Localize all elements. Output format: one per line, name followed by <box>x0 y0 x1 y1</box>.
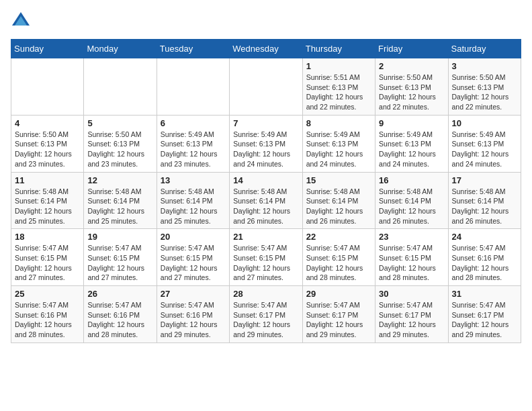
day-info: Sunrise: 5:48 AM Sunset: 6:14 PM Dayligh… <box>87 187 152 226</box>
day-info: Sunrise: 5:51 AM Sunset: 6:13 PM Dayligh… <box>306 73 371 112</box>
day-info: Sunrise: 5:49 AM Sunset: 6:13 PM Dayligh… <box>379 130 444 169</box>
calendar-cell: 20Sunrise: 5:47 AM Sunset: 6:15 PM Dayli… <box>157 229 229 286</box>
calendar-cell: 1Sunrise: 5:51 AM Sunset: 6:13 PM Daylig… <box>302 58 375 116</box>
calendar-cell: 28Sunrise: 5:47 AM Sunset: 6:17 PM Dayli… <box>230 286 302 343</box>
calendar-cell: 17Sunrise: 5:48 AM Sunset: 6:14 PM Dayli… <box>448 172 521 229</box>
calendar-cell: 13Sunrise: 5:48 AM Sunset: 6:14 PM Dayli… <box>157 172 229 229</box>
calendar-table: SundayMondayTuesdayWednesdayThursdayFrid… <box>11 39 521 343</box>
day-number: 30 <box>379 289 444 299</box>
day-number: 15 <box>306 175 371 185</box>
calendar-cell: 31Sunrise: 5:47 AM Sunset: 6:17 PM Dayli… <box>448 286 521 343</box>
calendar-cell <box>157 58 229 116</box>
day-info: Sunrise: 5:50 AM Sunset: 6:13 PM Dayligh… <box>452 73 517 112</box>
calendar-cell: 30Sunrise: 5:47 AM Sunset: 6:17 PM Dayli… <box>375 286 448 343</box>
calendar-week-2: 4Sunrise: 5:50 AM Sunset: 6:13 PM Daylig… <box>11 115 521 172</box>
day-info: Sunrise: 5:48 AM Sunset: 6:14 PM Dayligh… <box>452 187 517 226</box>
calendar-cell: 12Sunrise: 5:48 AM Sunset: 6:14 PM Dayli… <box>84 172 157 229</box>
day-info: Sunrise: 5:50 AM Sunset: 6:13 PM Dayligh… <box>379 73 444 112</box>
day-number: 1 <box>306 61 371 71</box>
day-number: 17 <box>452 175 517 185</box>
day-number: 4 <box>15 118 80 128</box>
day-number: 7 <box>233 118 298 128</box>
day-number: 22 <box>306 232 371 242</box>
calendar-header-monday: Monday <box>84 40 157 58</box>
day-info: Sunrise: 5:47 AM Sunset: 6:17 PM Dayligh… <box>306 300 371 340</box>
day-number: 23 <box>379 232 444 242</box>
calendar-week-3: 11Sunrise: 5:48 AM Sunset: 6:14 PM Dayli… <box>11 172 521 229</box>
day-number: 9 <box>379 118 444 128</box>
day-number: 5 <box>87 118 152 128</box>
calendar-cell: 6Sunrise: 5:49 AM Sunset: 6:13 PM Daylig… <box>157 115 229 172</box>
calendar-header-thursday: Thursday <box>302 40 375 58</box>
day-info: Sunrise: 5:47 AM Sunset: 6:15 PM Dayligh… <box>161 243 226 283</box>
calendar-cell: 21Sunrise: 5:47 AM Sunset: 6:15 PM Dayli… <box>230 229 302 286</box>
day-number: 18 <box>15 232 80 242</box>
day-number: 12 <box>87 175 152 185</box>
calendar-cell: 18Sunrise: 5:47 AM Sunset: 6:15 PM Dayli… <box>11 229 84 286</box>
calendar-cell: 15Sunrise: 5:48 AM Sunset: 6:14 PM Dayli… <box>302 172 375 229</box>
day-info: Sunrise: 5:48 AM Sunset: 6:14 PM Dayligh… <box>379 187 444 226</box>
day-number: 31 <box>452 289 517 299</box>
calendar-cell: 4Sunrise: 5:50 AM Sunset: 6:13 PM Daylig… <box>11 115 84 172</box>
calendar-cell <box>230 58 302 116</box>
calendar-cell: 26Sunrise: 5:47 AM Sunset: 6:16 PM Dayli… <box>84 286 157 343</box>
day-number: 13 <box>161 175 226 185</box>
day-number: 19 <box>87 232 152 242</box>
day-number: 14 <box>233 175 298 185</box>
calendar-cell <box>11 58 84 116</box>
day-number: 2 <box>379 61 444 71</box>
page-header <box>11 11 521 31</box>
calendar-week-1: 1Sunrise: 5:51 AM Sunset: 6:13 PM Daylig… <box>11 58 521 116</box>
day-number: 29 <box>306 289 371 299</box>
day-number: 25 <box>15 289 80 299</box>
day-number: 28 <box>233 289 298 299</box>
day-number: 10 <box>452 118 517 128</box>
day-number: 8 <box>306 118 371 128</box>
calendar-week-5: 25Sunrise: 5:47 AM Sunset: 6:16 PM Dayli… <box>11 286 521 343</box>
calendar-cell: 16Sunrise: 5:48 AM Sunset: 6:14 PM Dayli… <box>375 172 448 229</box>
calendar-cell: 19Sunrise: 5:47 AM Sunset: 6:15 PM Dayli… <box>84 229 157 286</box>
day-number: 27 <box>161 289 226 299</box>
day-info: Sunrise: 5:50 AM Sunset: 6:13 PM Dayligh… <box>87 130 152 169</box>
calendar-cell: 3Sunrise: 5:50 AM Sunset: 6:13 PM Daylig… <box>448 58 521 116</box>
calendar-header-tuesday: Tuesday <box>157 40 229 58</box>
day-info: Sunrise: 5:50 AM Sunset: 6:13 PM Dayligh… <box>15 130 80 169</box>
calendar-cell: 10Sunrise: 5:49 AM Sunset: 6:13 PM Dayli… <box>448 115 521 172</box>
day-info: Sunrise: 5:47 AM Sunset: 6:15 PM Dayligh… <box>306 243 371 283</box>
day-info: Sunrise: 5:47 AM Sunset: 6:17 PM Dayligh… <box>452 300 517 340</box>
calendar-header-friday: Friday <box>375 40 448 58</box>
logo <box>11 11 34 31</box>
calendar-cell: 5Sunrise: 5:50 AM Sunset: 6:13 PM Daylig… <box>84 115 157 172</box>
calendar-cell: 7Sunrise: 5:49 AM Sunset: 6:13 PM Daylig… <box>230 115 302 172</box>
calendar-cell: 9Sunrise: 5:49 AM Sunset: 6:13 PM Daylig… <box>375 115 448 172</box>
day-number: 20 <box>161 232 226 242</box>
day-number: 24 <box>452 232 517 242</box>
calendar-header-saturday: Saturday <box>448 40 521 58</box>
day-number: 26 <box>87 289 152 299</box>
day-info: Sunrise: 5:47 AM Sunset: 6:16 PM Dayligh… <box>15 300 80 340</box>
day-info: Sunrise: 5:47 AM Sunset: 6:16 PM Dayligh… <box>161 300 226 340</box>
calendar-cell: 11Sunrise: 5:48 AM Sunset: 6:14 PM Dayli… <box>11 172 84 229</box>
day-number: 6 <box>161 118 226 128</box>
day-info: Sunrise: 5:47 AM Sunset: 6:17 PM Dayligh… <box>379 300 444 340</box>
calendar-cell: 8Sunrise: 5:49 AM Sunset: 6:13 PM Daylig… <box>302 115 375 172</box>
calendar-header-sunday: Sunday <box>11 40 84 58</box>
calendar-cell: 29Sunrise: 5:47 AM Sunset: 6:17 PM Dayli… <box>302 286 375 343</box>
day-info: Sunrise: 5:48 AM Sunset: 6:14 PM Dayligh… <box>233 187 298 226</box>
day-info: Sunrise: 5:48 AM Sunset: 6:14 PM Dayligh… <box>15 187 80 226</box>
day-info: Sunrise: 5:47 AM Sunset: 6:15 PM Dayligh… <box>233 243 298 283</box>
day-number: 3 <box>452 61 517 71</box>
calendar-cell: 27Sunrise: 5:47 AM Sunset: 6:16 PM Dayli… <box>157 286 229 343</box>
day-info: Sunrise: 5:49 AM Sunset: 6:13 PM Dayligh… <box>452 130 517 169</box>
day-info: Sunrise: 5:48 AM Sunset: 6:14 PM Dayligh… <box>161 187 226 226</box>
day-info: Sunrise: 5:49 AM Sunset: 6:13 PM Dayligh… <box>233 130 298 169</box>
calendar-header-wednesday: Wednesday <box>230 40 302 58</box>
calendar-cell: 22Sunrise: 5:47 AM Sunset: 6:15 PM Dayli… <box>302 229 375 286</box>
calendar-cell <box>84 58 157 116</box>
calendar-cell: 23Sunrise: 5:47 AM Sunset: 6:15 PM Dayli… <box>375 229 448 286</box>
day-info: Sunrise: 5:48 AM Sunset: 6:14 PM Dayligh… <box>306 187 371 226</box>
day-number: 11 <box>15 175 80 185</box>
day-info: Sunrise: 5:47 AM Sunset: 6:15 PM Dayligh… <box>379 243 444 283</box>
calendar-cell: 24Sunrise: 5:47 AM Sunset: 6:16 PM Dayli… <box>448 229 521 286</box>
day-info: Sunrise: 5:47 AM Sunset: 6:16 PM Dayligh… <box>452 243 517 283</box>
